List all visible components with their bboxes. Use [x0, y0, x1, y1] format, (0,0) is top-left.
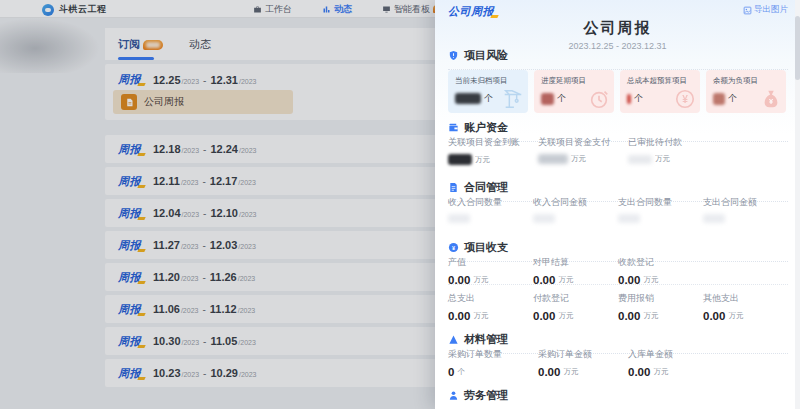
section-title: 项目风险: [464, 48, 508, 63]
stat-expense-contract-count: 支出合同数量: [618, 196, 703, 223]
panel-scrollbar[interactable]: [795, 0, 800, 409]
stat-unit: 万元: [653, 367, 668, 377]
date-end-year: /2023: [238, 275, 256, 282]
risk-unit: 个: [634, 92, 643, 105]
stat-income-contract-count: 收入合同数量: [448, 196, 533, 223]
stat-purchase-order-amount: 采购订单金额 0.00万元: [538, 348, 628, 378]
weekly-badge: 周报: [118, 302, 141, 317]
nav-item-workbench[interactable]: 工作台: [253, 3, 292, 16]
date-start: 12.04: [153, 207, 181, 219]
weekly-badge: 周报: [118, 206, 141, 221]
stat-label: 支出合同金额: [703, 196, 788, 209]
app-logo[interactable]: 斗栱云工程: [42, 3, 107, 16]
date-range: 12.25 /2023 - 12.31 /2023: [153, 74, 256, 86]
tab-subscribe[interactable]: 订阅: [118, 31, 163, 60]
date-start-year: /2023: [181, 179, 199, 186]
stat-label: 费用报销: [618, 292, 703, 305]
date-dash: -: [202, 176, 205, 187]
stat-value: 0.00: [618, 310, 640, 322]
stat-label: 收入合同数量: [448, 196, 533, 209]
risk-card-label: 进度延期项目: [541, 76, 607, 86]
stat-expense-reimbursement: 费用报销 0.00万元: [618, 292, 703, 322]
stat-label: 付款登记: [533, 292, 618, 305]
risk-card-over-budget: 总成本超预算项目 个 ¥: [620, 70, 700, 113]
risk-unit: 个: [484, 92, 493, 105]
contract-icon: [448, 182, 459, 193]
section-title: 合同管理: [464, 180, 508, 195]
stat-label: 收入合同金额: [533, 196, 618, 209]
stat-purchase-order-count: 采购订单数量 0个: [448, 348, 538, 378]
stat-label: 对甲结算: [533, 256, 618, 269]
stat-value: 0.00: [538, 366, 560, 378]
date-dash: -: [202, 272, 205, 283]
redacted-value: [533, 214, 555, 223]
date-dash: -: [203, 144, 206, 155]
date-start: 12.11: [153, 175, 180, 187]
income-row1: 产值 0.00万元 对甲结算 0.00万元 收款登记 0.00万元: [448, 256, 788, 286]
date-end-year: /2023: [238, 339, 256, 346]
materials-icon: [448, 334, 459, 345]
stat-label: 其他支出: [703, 292, 788, 305]
date-end-year: /2023: [239, 371, 257, 378]
date-dash: -: [203, 336, 206, 347]
yen-circle-icon: ¥: [674, 88, 696, 110]
tab-feed[interactable]: 动态: [189, 31, 211, 60]
stat-unit: 万元: [655, 154, 670, 164]
scrollbar-thumb[interactable]: [795, 16, 800, 80]
redacted-value: [703, 214, 725, 223]
date-start-year: /2023: [181, 243, 199, 250]
stat-unit: 个: [457, 367, 465, 377]
money-bag-icon: ¥: [760, 88, 782, 110]
date-dash: -: [203, 368, 206, 379]
weekly-badge: 周报: [118, 366, 141, 381]
stat-value: 0.00: [703, 310, 725, 322]
monitor-icon: [382, 5, 391, 14]
funds-stats: 关联项目资金到账 万元 关联项目资金支付 万元 已审批待付款 万元: [448, 136, 718, 165]
income-row2: 总支出 0.00万元 付款登记 0.00万元 费用报销 0.00万元 其他支出 …: [448, 292, 788, 322]
section-title: 劳务管理: [464, 388, 508, 403]
report-title: 公司周报: [435, 19, 800, 38]
date-end: 10.29: [210, 367, 238, 379]
stat-receipt-registration: 收款登记 0.00万元: [618, 256, 703, 286]
stat-approved-pending: 已审批待付款 万元: [628, 136, 718, 165]
date-end: 11.26: [210, 271, 237, 283]
date-start: 11.27: [153, 239, 180, 251]
export-image-button[interactable]: 导出图片: [743, 4, 788, 16]
redacted-value: [538, 154, 568, 164]
weekly-report-panel: 公司周报 导出图片 公司周报 2023.12.25 - 2023.12.31 项…: [435, 0, 800, 409]
nav-item-feed[interactable]: 动态: [322, 3, 352, 16]
weekly-badge: 周报: [118, 174, 141, 189]
redacted-value: [448, 214, 470, 223]
stat-value: 0.00: [533, 310, 555, 322]
stat-unit: 万元: [475, 155, 490, 165]
redacted-value: [541, 93, 554, 105]
date-dash: -: [203, 75, 206, 86]
date-end-year: /2023: [238, 307, 256, 314]
contract-stats: 收入合同数量 收入合同金额 支出合同数量 支出合同金额: [448, 196, 788, 223]
date-end-year: /2023: [239, 78, 257, 85]
date-dash: -: [202, 240, 205, 251]
section-labor: 劳务管理: [448, 388, 788, 409]
weekly-badge: 周报: [118, 334, 141, 349]
risk-unit: 个: [728, 92, 737, 105]
date-start-year: /2023: [181, 275, 199, 282]
date-start: 12.25: [153, 74, 181, 86]
divider: [448, 284, 788, 285]
section-project-risk: 项目风险: [448, 48, 788, 70]
subscribe-badge: [143, 40, 163, 50]
risk-card-unarchived: 当前未归档项目 个: [448, 70, 528, 113]
date-start-year: /2023: [182, 339, 200, 346]
weekly-badge: 周报: [118, 238, 141, 253]
materials-stats: 采购订单数量 0个 采购订单金额 0.00万元 入库单金额 0.00万元: [448, 348, 718, 378]
stat-label: 采购订单数量: [448, 348, 538, 361]
date-start-year: /2023: [182, 147, 200, 154]
stat-label: 入库单金额: [628, 348, 718, 361]
risk-cards: 当前未归档项目 个 进度延期项目 个 总成本超预算项目 个 ¥ 余额为负项目 个…: [448, 70, 792, 113]
report-doc-icon: [121, 94, 137, 110]
stat-unit: 万元: [643, 311, 658, 321]
stat-label: 关联项目资金到账: [448, 136, 538, 149]
stat-label: 关联项目资金支付: [538, 136, 628, 149]
selected-report-item[interactable]: 公司周报: [113, 90, 293, 114]
stat-unit: 万元: [563, 367, 578, 377]
risk-card-label: 余额为负项目: [713, 76, 779, 86]
